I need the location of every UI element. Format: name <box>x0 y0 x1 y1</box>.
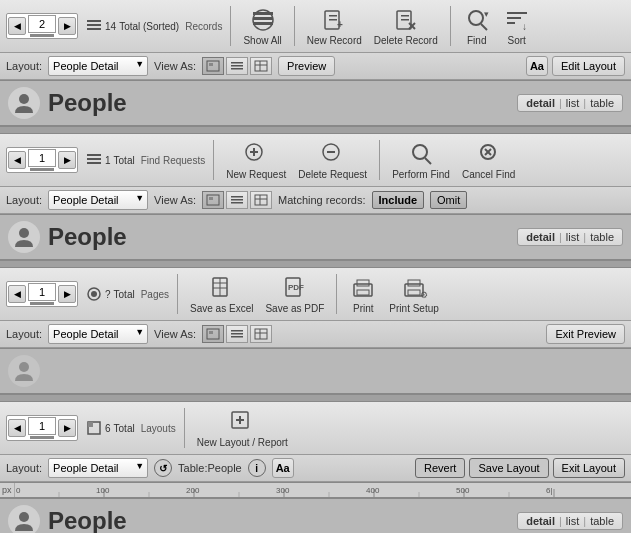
save-pdf-label: Save as PDF <box>265 303 324 314</box>
view-table-button-2[interactable] <box>250 191 272 209</box>
layout-bar-preview: Layout: People Detail ▼ View As: Exit Pr… <box>0 321 631 348</box>
perform-find-icon <box>407 140 435 168</box>
save-pdf-button[interactable]: PDF Save as PDF <box>261 272 328 316</box>
find-nav-prev-button[interactable]: ◀ <box>8 151 26 169</box>
layout-label-4: Layout: <box>6 462 42 474</box>
svg-rect-9 <box>329 19 337 21</box>
preview-total-count: ? <box>105 289 111 300</box>
layout-select-4[interactable]: People Detail <box>48 458 148 478</box>
layout-total-count: 6 <box>105 423 111 434</box>
save-excel-button[interactable]: Save as Excel <box>186 272 257 316</box>
view-as-group-3 <box>202 325 272 343</box>
table-link-2[interactable]: table <box>590 231 614 243</box>
new-record-button[interactable]: + New Record <box>303 4 366 48</box>
print-button[interactable]: Print <box>345 272 381 316</box>
new-layout-icon <box>228 408 256 436</box>
show-all-icon <box>249 6 277 34</box>
delete-request-button[interactable]: Delete Request <box>294 138 371 182</box>
record-number-input[interactable]: 2 <box>28 15 56 33</box>
table-link-1[interactable]: table <box>590 97 614 109</box>
layout-nav-prev-button[interactable]: ◀ <box>8 419 26 437</box>
sep2 <box>294 6 295 46</box>
cancel-find-button[interactable]: Cancel Find <box>458 138 519 182</box>
perform-find-button[interactable]: Perform Find <box>388 138 454 182</box>
svg-point-40 <box>413 145 427 159</box>
list-link-2[interactable]: list <box>566 231 579 243</box>
sort-button[interactable]: ↓ Sort <box>499 4 535 48</box>
find-nav-next-button[interactable]: ▶ <box>58 151 76 169</box>
new-layout-svg <box>228 408 256 436</box>
list-link-4[interactable]: list <box>566 515 579 527</box>
save-layout-button[interactable]: Save Layout <box>469 458 548 478</box>
toolbar-layout: ◀ 1 ▶ 6 Total Layouts New Layout <box>0 402 631 455</box>
view-list-button-1[interactable] <box>226 57 248 75</box>
svg-rect-71 <box>231 330 243 332</box>
aa-button-4[interactable]: Aa <box>272 458 294 478</box>
nav-next-button[interactable]: ▶ <box>58 17 76 35</box>
layout-select-2[interactable]: People Detail <box>48 190 148 210</box>
view-list-button-2[interactable] <box>226 191 248 209</box>
layout-nav-next-button[interactable]: ▶ <box>58 419 76 437</box>
print-setup-button[interactable]: ⚙ Print Setup <box>385 272 442 316</box>
nav-prev-button[interactable]: ◀ <box>8 17 26 35</box>
view-form-button-2[interactable] <box>202 191 224 209</box>
people-title-2: People <box>48 223 127 251</box>
list-link-1[interactable]: list <box>566 97 579 109</box>
omit-button[interactable]: Omit <box>430 191 467 209</box>
save-excel-label: Save as Excel <box>190 303 253 314</box>
aa-button-1[interactable]: Aa <box>526 56 548 76</box>
revert-button[interactable]: Revert <box>415 458 465 478</box>
detail-link-1[interactable]: detail <box>526 97 555 109</box>
find-requests-label: Find Requests <box>141 155 205 166</box>
edit-layout-button-1[interactable]: Edit Layout <box>552 56 625 76</box>
svg-text:▾: ▾ <box>484 9 489 19</box>
table-people-label: Table:People <box>178 462 242 474</box>
layout-record-input[interactable]: 1 <box>28 417 56 435</box>
refresh-button[interactable]: ↺ <box>154 459 172 477</box>
preview-record-input[interactable]: 1 <box>28 283 56 301</box>
preview-total-info: ? Total <box>86 286 135 302</box>
sep3 <box>450 6 451 46</box>
list-view-icon <box>230 60 244 72</box>
layout-select-3[interactable]: People Detail <box>48 324 148 344</box>
view-form-button-1[interactable] <box>202 57 224 75</box>
table-link-4[interactable]: table <box>590 515 614 527</box>
svg-rect-67 <box>408 290 420 295</box>
preview-nav-next-button[interactable]: ▶ <box>58 285 76 303</box>
layout-nav-group: ◀ 1 ▶ <box>6 415 78 441</box>
divider-1b: | <box>583 97 586 109</box>
delete-record-button[interactable]: Delete Record <box>370 4 442 48</box>
list-view-icon-2 <box>230 194 244 206</box>
svg-rect-8 <box>329 15 337 17</box>
ruler-svg: 0 100 200 300 400 500 6| <box>14 483 614 497</box>
svg-rect-64 <box>357 290 369 295</box>
find-nav-group: ◀ 1 ▶ <box>6 147 78 173</box>
include-button[interactable]: Include <box>372 191 425 209</box>
preview-button[interactable]: Preview <box>278 56 335 76</box>
form-view-icon-3 <box>206 328 220 340</box>
delete-request-label: Delete Request <box>298 169 367 180</box>
svg-rect-70 <box>209 331 213 334</box>
layout-select-1[interactable]: People Detail <box>48 56 148 76</box>
view-as-label-1: View As: <box>154 60 196 72</box>
find-record-input[interactable]: 1 <box>28 149 56 167</box>
new-request-button[interactable]: New Request <box>222 138 290 182</box>
exit-preview-button[interactable]: Exit Preview <box>546 324 625 344</box>
layout-icon <box>86 420 102 436</box>
info-button[interactable]: i <box>248 459 266 477</box>
person-svg-4 <box>12 509 36 533</box>
preview-nav-prev-button[interactable]: ◀ <box>8 285 26 303</box>
find-button[interactable]: ▾ Find <box>459 4 495 48</box>
content-preview <box>0 348 631 394</box>
exit-layout-button[interactable]: Exit Layout <box>553 458 625 478</box>
new-layout-button[interactable]: New Layout / Report <box>193 406 292 450</box>
view-table-button-1[interactable] <box>250 57 272 75</box>
view-table-button-3[interactable] <box>250 325 272 343</box>
show-all-button[interactable]: Show All <box>239 4 285 48</box>
view-as-group-1 <box>202 57 272 75</box>
view-list-button-3[interactable] <box>226 325 248 343</box>
person-svg-2 <box>12 225 36 249</box>
detail-link-2[interactable]: detail <box>526 231 555 243</box>
detail-link-4[interactable]: detail <box>526 515 555 527</box>
view-form-button-3[interactable] <box>202 325 224 343</box>
